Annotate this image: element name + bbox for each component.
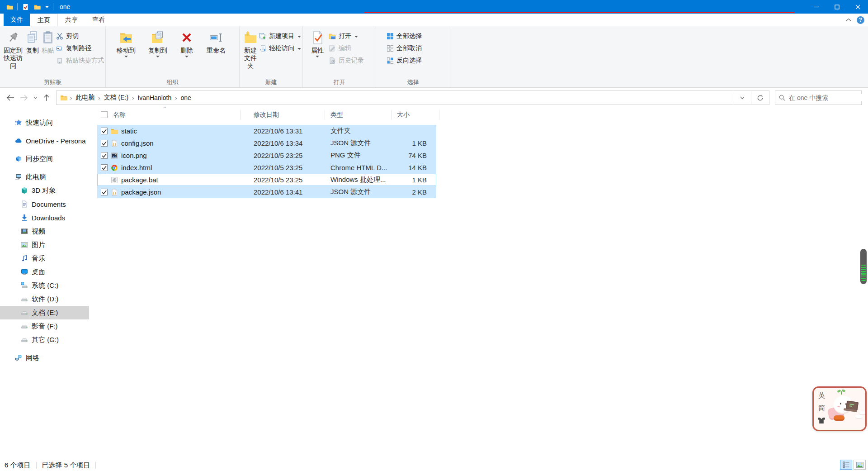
row-checkbox[interactable] [101, 189, 108, 195]
group-label-clipboard: 剪贴板 [0, 78, 105, 87]
tab-view[interactable]: 查看 [85, 14, 112, 26]
file-row-package.bat[interactable]: package.bat2022/10/5 23:25Windows 批处理...… [97, 174, 436, 186]
file-date: 2022/10/6 13:34 [241, 139, 325, 147]
sticker-orange-item [834, 415, 844, 421]
sidebar-item-label: 影音 (F:) [32, 322, 58, 331]
picture-icon [21, 241, 28, 248]
folder-icon [111, 128, 118, 135]
pin-to-quick-access-button[interactable]: 固定到快速访问 [1, 28, 25, 76]
sidebar-item--c-[interactable]: 系统 (C:) [0, 279, 89, 292]
close-button[interactable] [847, 0, 868, 14]
title-bar: one [0, 0, 868, 14]
breadcrumb-item[interactable]: 文档 (E:) [101, 94, 131, 102]
sidebar-item--[interactable]: 桌面 [0, 265, 89, 279]
overlay-scroll-widget[interactable] [860, 249, 867, 284]
sidebar-item--g-[interactable]: 其它 (G:) [0, 333, 89, 347]
move-to-button[interactable]: 移动到 [110, 28, 142, 76]
back-icon[interactable] [4, 91, 17, 105]
copy-path-button[interactable]: 复制路径 [56, 44, 104, 53]
chrome-icon [111, 164, 118, 171]
sidebar-item--f-[interactable]: 影音 (F:) [0, 319, 89, 333]
file-row-package.json[interactable]: {}package.json2022/10/6 13:41JSON 源文件2 K… [97, 186, 436, 198]
select-all-checkbox[interactable] [101, 111, 108, 118]
properties-qat-button[interactable] [19, 1, 31, 13]
rename-button[interactable]: 重命名 [200, 28, 232, 76]
sidebar-item--[interactable]: 视频 [0, 224, 89, 238]
open-button[interactable]: 打开 [328, 32, 364, 41]
column-header-size[interactable]: 大小 [392, 110, 439, 120]
thumbnail-view-icon[interactable] [854, 460, 866, 470]
sidebar-item--[interactable]: 图片 [0, 238, 89, 252]
properties-button[interactable]: 属性 [307, 28, 328, 76]
new-folder-qat-button[interactable] [31, 1, 43, 13]
customize-qat-caret[interactable] [45, 6, 49, 8]
file-name: icon.png [121, 152, 147, 159]
delete-button[interactable]: 删除 [174, 28, 200, 76]
breadcrumb-item[interactable]: one [178, 94, 194, 101]
sidebar-item--[interactable]: 音乐 [0, 252, 89, 265]
column-header-date[interactable]: 修改日期 [241, 110, 325, 120]
tab-share[interactable]: 共享 [58, 14, 85, 26]
sidebar-item-label: 3D 对象 [32, 186, 56, 195]
refresh-icon[interactable] [751, 91, 769, 105]
sidebar-item-onedrive-persona[interactable]: OneDrive - Persona [0, 134, 89, 147]
tab-file[interactable]: 文件 [4, 14, 30, 26]
up-icon[interactable] [40, 91, 53, 105]
sidebar-item--[interactable]: 网络 [0, 351, 89, 365]
file-size: 2 KB [392, 188, 433, 196]
breadcrumb-separator: › [174, 95, 178, 101]
file-date: 2022/10/6 13:31 [241, 127, 325, 135]
invert-selection-button[interactable]: 反向选择 [386, 56, 422, 65]
sidebar-item--d-[interactable]: 软件 (D:) [0, 292, 89, 306]
easy-access-button[interactable]: 轻松访问 [259, 44, 301, 53]
history-icon [328, 57, 336, 65]
search-input[interactable] [789, 94, 868, 101]
forward-icon[interactable] [17, 91, 31, 105]
history-button: 历史记录 [328, 56, 364, 65]
copy-to-button[interactable]: 复制到 [142, 28, 174, 76]
new-item-button[interactable]: 新建项目 [259, 32, 301, 41]
column-header-name[interactable]: 名称 [97, 110, 241, 120]
star-icon [15, 119, 22, 126]
breadcrumb: 此电脑›文档 (E:)›IvanHanloth›one [73, 94, 194, 102]
sidebar-item-3d-[interactable]: 3D 对象 [0, 184, 89, 197]
ribbon-group-organize: 移动到 复制到 删除 重命名 组织 [106, 26, 240, 87]
sidebar-item--[interactable]: 同步空间 [0, 152, 89, 166]
row-checkbox[interactable] [101, 164, 108, 171]
sidebar-item-downloads[interactable]: Downloads [0, 211, 89, 224]
breadcrumb-item[interactable]: IvanHanloth [135, 94, 174, 101]
sidebar-item--[interactable]: 此电脑 [0, 170, 89, 184]
column-header-type[interactable]: 类型 [325, 110, 392, 120]
cut-button[interactable]: 剪切 [56, 32, 104, 41]
tab-home[interactable]: 主页 [30, 14, 58, 26]
select-all-button[interactable]: 全部选择 [386, 32, 422, 41]
file-row-config.json[interactable]: {}config.json2022/10/6 13:34JSON 源文件1 KB [97, 137, 436, 149]
row-checkbox[interactable] [101, 128, 108, 134]
maximize-button[interactable] [826, 0, 847, 14]
search-box[interactable] [775, 90, 862, 105]
sidebar-item--[interactable]: 快速访问 [0, 116, 89, 129]
row-checkbox[interactable] [101, 140, 108, 147]
row-checkbox[interactable] [101, 152, 108, 159]
new-folder-button[interactable]: 新建文件夹 [242, 28, 259, 76]
copy-path-icon [56, 44, 64, 52]
chevron-up-icon[interactable] [846, 18, 851, 22]
download-icon [21, 214, 28, 221]
select-none-button[interactable]: 全部取消 [386, 44, 422, 53]
sidebar-item-documents[interactable]: Documents [0, 197, 89, 211]
breadcrumb-separator: › [131, 95, 135, 101]
rename-icon [208, 30, 224, 45]
breadcrumb-item[interactable]: 此电脑 [73, 94, 97, 102]
doc-icon [21, 200, 28, 208]
file-row-index.html[interactable]: index.html2022/10/5 23:25Chrome HTML D..… [97, 162, 436, 174]
address-box[interactable]: › 此电脑›文档 (E:)›IvanHanloth›one [56, 90, 769, 105]
minimize-button[interactable] [806, 0, 826, 14]
file-row-static[interactable]: static2022/10/6 13:31文件夹 [97, 125, 436, 137]
details-view-icon[interactable] [840, 460, 852, 470]
recent-locations-caret[interactable] [31, 91, 40, 105]
file-row-icon.png[interactable]: icon.png2022/10/5 23:25PNG 文件74 KB [97, 149, 436, 162]
help-icon[interactable]: ? [857, 16, 864, 24]
copy-button[interactable]: 复制 [25, 28, 40, 76]
sidebar-item--e-[interactable]: 文档 (E:) [0, 306, 89, 319]
address-dropdown-caret[interactable] [733, 91, 751, 105]
